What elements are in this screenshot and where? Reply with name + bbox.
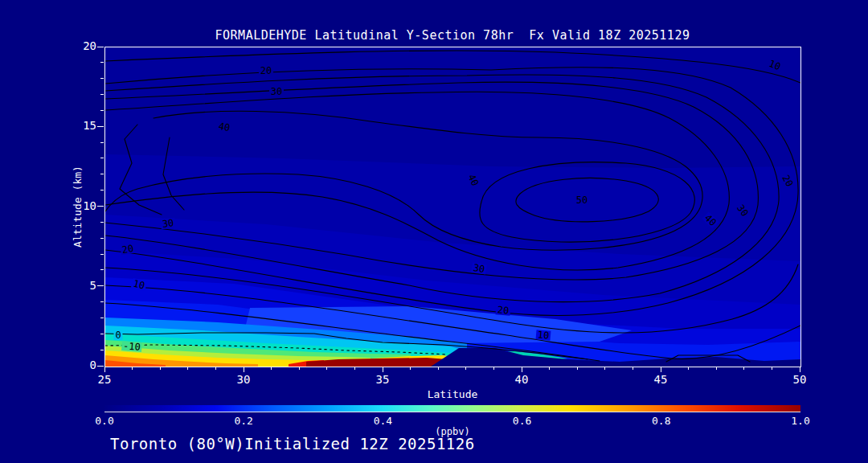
- colorbar-tick-label: 0.2: [226, 415, 261, 427]
- x-tick-label: 30: [227, 373, 260, 386]
- x-tick-label: 50: [784, 373, 816, 386]
- contour-label-text: 50: [576, 195, 588, 206]
- y-tick: [100, 190, 104, 191]
- contour-label: -10: [121, 340, 142, 353]
- contour-label-text: 30: [271, 86, 282, 97]
- x-tick: [633, 367, 633, 370]
- y-tick: [100, 110, 104, 111]
- contour-label-text: 20: [121, 243, 135, 256]
- x-tick: [716, 367, 717, 370]
- x-tick: [160, 367, 161, 370]
- x-axis-label: Latitude: [428, 388, 478, 400]
- contour-label-text: 10: [537, 329, 550, 341]
- y-tick: [97, 285, 104, 286]
- y-tick-label: 5: [72, 279, 96, 292]
- y-tick: [100, 238, 104, 239]
- x-tick: [354, 367, 355, 370]
- x-tick: [187, 367, 188, 370]
- y-tick: [100, 142, 104, 143]
- y-tick: [100, 254, 104, 255]
- x-tick: [132, 367, 133, 370]
- x-tick: [383, 367, 383, 372]
- y-tick: [97, 126, 104, 127]
- y-tick: [100, 158, 104, 158]
- contour-label-text: 40: [218, 121, 231, 133]
- x-tick: [493, 367, 494, 370]
- x-tick: [104, 367, 105, 372]
- y-tick-label: 0: [72, 359, 96, 371]
- x-tick: [465, 367, 466, 370]
- x-tick: [549, 367, 550, 370]
- colorbar-tick-label: 0.8: [644, 415, 679, 427]
- x-tick: [743, 367, 744, 370]
- figure: FORMALDEHYDE Latitudinal Y-Section 78hr …: [0, 0, 868, 463]
- x-tick-label: 25: [88, 373, 121, 386]
- contour-label: 30: [160, 217, 176, 230]
- x-tick: [244, 367, 244, 372]
- x-tick: [410, 367, 411, 370]
- y-tick: [100, 334, 104, 334]
- y-tick: [100, 318, 104, 318]
- x-tick: [772, 367, 772, 370]
- contour-label: 10: [535, 329, 551, 342]
- x-tick: [577, 367, 578, 370]
- colorbar-tick-label: 0.4: [365, 415, 400, 427]
- x-tick: [271, 367, 272, 370]
- contour-label-text: 20: [497, 304, 510, 316]
- contour-label-text: 30: [473, 262, 486, 275]
- x-tick: [688, 367, 689, 370]
- footer-text: Toronto (80°W)Initialized 12Z 20251126: [110, 435, 475, 453]
- x-tick-label: 35: [366, 373, 399, 386]
- x-tick: [299, 367, 300, 370]
- x-tick: [438, 367, 439, 370]
- plot-area: 2030401020304050403020103020100-10: [104, 47, 801, 367]
- y-tick: [97, 206, 104, 207]
- x-tick-label: 40: [506, 373, 538, 386]
- contour-plot-svg: 2030401020304050403020103020100-10: [105, 47, 800, 367]
- y-tick: [100, 94, 104, 95]
- y-tick: [100, 269, 104, 270]
- x-tick: [800, 367, 800, 372]
- contour-label: 0: [114, 330, 123, 341]
- y-tick: [97, 47, 104, 47]
- colorbar: [104, 405, 800, 412]
- y-tick: [100, 174, 104, 174]
- y-tick: [100, 222, 104, 223]
- colorbar-tick-label: 0.0: [87, 415, 122, 427]
- y-tick: [100, 78, 104, 79]
- y-tick: [100, 350, 104, 350]
- y-tick-label: 15: [72, 119, 96, 132]
- x-tick: [661, 367, 661, 372]
- y-tick: [97, 366, 104, 367]
- x-tick-label: 45: [645, 373, 677, 386]
- contour-label: 30: [269, 86, 284, 97]
- colorbar-tick-label: 1.0: [783, 415, 818, 427]
- colorbar-tick-label: 0.6: [505, 415, 540, 427]
- plot-title: FORMALDEHYDE Latitudinal Y-Section 78hr …: [104, 28, 800, 43]
- y-tick-label: 20: [72, 39, 96, 52]
- x-tick: [326, 367, 327, 370]
- x-tick: [215, 367, 216, 370]
- x-tick: [604, 367, 605, 370]
- contour-label: 20: [259, 65, 273, 76]
- y-tick: [100, 301, 104, 302]
- contour-label-text: 0: [115, 330, 121, 341]
- y-tick-label: 10: [72, 199, 96, 212]
- contour-label: 50: [575, 195, 589, 206]
- contour-label-text: 30: [162, 217, 174, 230]
- y-tick: [100, 62, 104, 63]
- contour-label-text: 20: [260, 65, 272, 76]
- contour-label-text: -10: [123, 340, 141, 353]
- x-tick: [522, 367, 522, 372]
- contour-label: 20: [495, 304, 510, 317]
